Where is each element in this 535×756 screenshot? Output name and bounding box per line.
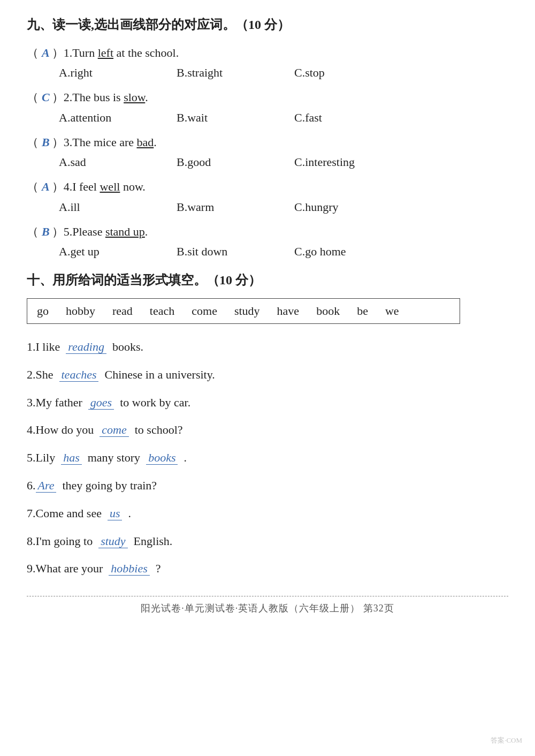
word-teach: teach: [150, 304, 174, 318]
word-be: be: [357, 304, 368, 318]
fill-q9: 9.What are your hobbies ?: [27, 557, 508, 580]
paren-close-5: ）5.Please stand up.: [52, 222, 148, 241]
fill-answer-1: reading: [66, 340, 106, 354]
answer-3: B: [42, 132, 50, 152]
fill-q4: 4.How do you come to school?: [27, 419, 508, 441]
options-5: A.get up B.sit down C.go home: [59, 245, 508, 259]
paren-open-5: （: [27, 222, 39, 241]
option-5b: B.sit down: [177, 245, 294, 259]
paren-open-2: （: [27, 87, 39, 107]
question-1: （ A ）1.Turn left at the school. A.right …: [27, 43, 508, 80]
part10-title: 十、用所给词的适当形式填空。（10 分）: [27, 271, 508, 289]
question-1-row: （ A ）1.Turn left at the school.: [27, 43, 508, 63]
option-3a: A.sad: [59, 155, 177, 169]
option-2c: C.fast: [294, 111, 412, 125]
fill-answer-6: Are: [36, 479, 57, 493]
part10-section: 十、用所给词的适当形式填空。（10 分） go hobby read teach…: [27, 271, 508, 580]
paren-close-3: ）3.The mice are bad.: [52, 132, 157, 152]
word-we: we: [385, 304, 399, 318]
question-3: （ B ）3.The mice are bad. A.sad B.good C.…: [27, 132, 508, 169]
option-1a: A.right: [59, 66, 177, 80]
word-study: study: [234, 304, 260, 318]
question-3-row: （ B ）3.The mice are bad.: [27, 132, 508, 152]
fill-q7: 7.Come and see us .: [27, 502, 508, 525]
paren-open-3: （: [27, 132, 39, 152]
watermark: 答案·COM: [487, 735, 525, 746]
paren-close-2: ）2.The bus is slow.: [52, 87, 148, 107]
option-2b: B.wait: [177, 111, 294, 125]
fill-answer-3: goes: [88, 396, 114, 410]
part9-section: 九、读一读,选出画线部分的对应词。（10 分） （ A ）1.Turn left…: [27, 16, 508, 259]
word-have: have: [277, 304, 300, 318]
question-5: （ B ）5.Please stand up. A.get up B.sit d…: [27, 222, 508, 259]
underline-4: well: [100, 180, 120, 193]
fill-answer-5b: books: [146, 451, 178, 465]
options-3: A.sad B.good C.interesting: [59, 155, 508, 169]
option-5a: A.get up: [59, 245, 177, 259]
fill-answer-8: study: [98, 534, 127, 548]
question-2: （ C ）2.The bus is slow. A.attention B.wa…: [27, 87, 508, 124]
question-2-row: （ C ）2.The bus is slow.: [27, 87, 508, 107]
word-go: go: [37, 304, 49, 318]
word-book: book: [316, 304, 340, 318]
underline-1: left: [98, 46, 113, 59]
paren-open-1: （: [27, 43, 39, 63]
word-come: come: [192, 304, 217, 318]
option-2a: A.attention: [59, 111, 177, 125]
option-4c: C.hungry: [294, 200, 412, 214]
footer-text: 阳光试卷·单元测试卷·英语人教版（六年级上册） 第32页: [141, 603, 394, 614]
paren-open-4: （: [27, 177, 39, 196]
options-2: A.attention B.wait C.fast: [59, 111, 508, 125]
underline-3: bad: [137, 135, 154, 149]
fill-q3: 3.My father goes to work by car.: [27, 391, 508, 414]
answer-1: A: [42, 43, 50, 63]
fill-q8: 8.I'm going to study English.: [27, 530, 508, 553]
question-4: （ A ）4.I feel well now. A.ill B.warm C.h…: [27, 177, 508, 214]
fill-answer-7: us: [108, 506, 123, 520]
option-4a: A.ill: [59, 200, 177, 214]
underline-5: stand up: [105, 225, 145, 238]
fill-q2: 2.She teaches Chinese in a university.: [27, 364, 508, 386]
answer-5: B: [42, 222, 50, 241]
fill-answer-4: come: [100, 423, 128, 437]
word-hobby: hobby: [66, 304, 95, 318]
option-5c: C.go home: [294, 245, 412, 259]
word-bank: go hobby read teach come study have book…: [27, 298, 460, 324]
fill-q5: 5.Lily has many story books .: [27, 447, 508, 469]
option-3b: B.good: [177, 155, 294, 169]
fill-answer-9: hobbies: [109, 562, 149, 576]
options-1: A.right B.straight C.stop: [59, 66, 508, 80]
footer: 阳光试卷·单元测试卷·英语人教版（六年级上册） 第32页: [27, 596, 508, 615]
question-4-row: （ A ）4.I feel well now.: [27, 177, 508, 196]
word-read: read: [112, 304, 133, 318]
answer-2: C: [42, 87, 50, 107]
fill-answer-5a: has: [61, 451, 82, 465]
underline-2: slow: [124, 90, 145, 104]
part9-title: 九、读一读,选出画线部分的对应词。（10 分）: [27, 16, 508, 33]
paren-close-1: ）1.Turn left at the school.: [52, 43, 179, 63]
option-4b: B.warm: [177, 200, 294, 214]
paren-close-4: ）4.I feel well now.: [52, 177, 146, 196]
question-5-row: （ B ）5.Please stand up.: [27, 222, 508, 241]
fill-q1: 1.I like reading books.: [27, 336, 508, 358]
fill-q6: 6.Are they going by train?: [27, 474, 508, 497]
options-4: A.ill B.warm C.hungry: [59, 200, 508, 214]
option-3c: C.interesting: [294, 155, 412, 169]
option-1c: C.stop: [294, 66, 412, 80]
option-1b: B.straight: [177, 66, 294, 80]
answer-4: A: [42, 177, 50, 196]
fill-answer-2: teaches: [59, 368, 99, 382]
